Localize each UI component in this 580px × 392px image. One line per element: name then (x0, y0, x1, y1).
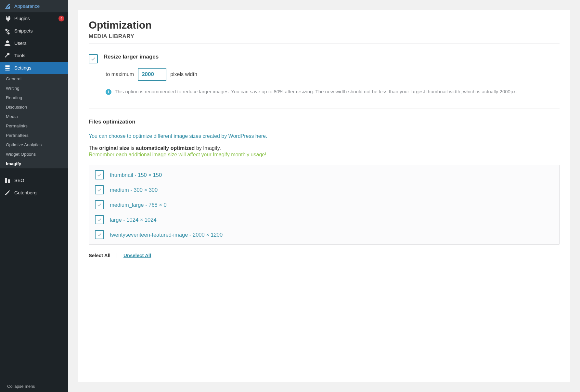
sidebar-item-seo[interactable]: SEO (0, 174, 68, 187)
collapse-menu-button[interactable]: Collapse menu (0, 381, 68, 392)
sidebar-item-tools[interactable]: Tools (0, 49, 68, 62)
size-label: thumbnail - 150 × 150 (110, 172, 162, 178)
submenu-item-discussion[interactable]: Discussion (0, 102, 68, 112)
image-sizes-list[interactable]: thumbnail - 150 × 150 medium - 300 × 300… (89, 165, 560, 245)
sidebar-item-users[interactable]: Users (0, 37, 68, 49)
submenu-item-media[interactable]: Media (0, 112, 68, 121)
size-selectors: Select All | Unselect All (89, 253, 560, 258)
sidebar-item-label: Plugins (14, 16, 54, 21)
size-row-medium-large: medium_large - 768 × 0 (95, 200, 553, 209)
resize-option-row: Resize larger images (89, 54, 560, 63)
size-checkbox[interactable] (95, 185, 104, 194)
users-icon (4, 40, 11, 47)
check-icon (97, 217, 102, 223)
sidebar-item-label: Users (14, 41, 64, 46)
tools-icon (4, 52, 11, 59)
sidebar-item-appearance[interactable]: Appearance (0, 0, 68, 12)
size-label: twentyseventeen-featured-image - 2000 × … (110, 232, 223, 238)
resize-suffix: pixels width (170, 72, 197, 77)
section-divider (89, 109, 560, 109)
snippets-icon (4, 27, 11, 34)
admin-sidebar: Appearance Plugins 4 Snippets Users (0, 0, 68, 392)
page-subtitle: MEDIA LIBRARY (89, 33, 560, 44)
seo-icon (4, 177, 11, 184)
usage-warning: Remember each additional image size will… (89, 152, 560, 158)
info-icon: i (106, 89, 111, 95)
settings-submenu: General Writing Reading Discussion Media… (0, 74, 68, 168)
check-icon (97, 172, 102, 178)
size-checkbox[interactable] (95, 200, 104, 209)
resize-info-text: This option is recommended to reduce lar… (115, 88, 517, 96)
menu-separator (0, 168, 68, 174)
sidebar-item-snippets[interactable]: Snippets (0, 25, 68, 37)
sidebar-item-label: Snippets (14, 28, 64, 33)
size-checkbox[interactable] (95, 170, 104, 179)
submenu-item-general[interactable]: General (0, 74, 68, 84)
size-row-medium: medium - 300 × 300 (95, 185, 553, 194)
size-checkbox[interactable] (95, 230, 104, 239)
submenu-item-writing[interactable]: Writing (0, 84, 68, 93)
sidebar-item-label: Appearance (14, 4, 64, 9)
resize-checkbox[interactable] (89, 54, 98, 63)
sidebar-item-gutenberg[interactable]: Gutenberg (0, 187, 68, 199)
files-optimization-desc: You can choose to optimize different ima… (89, 132, 560, 140)
gutenberg-icon (4, 189, 11, 196)
files-optimization-title: Files optimization (89, 119, 560, 125)
appearance-icon (4, 3, 11, 10)
submenu-item-widget-options[interactable]: Widget Options (0, 150, 68, 159)
resize-info: i This option is recommended to reduce l… (106, 88, 560, 96)
submenu-item-reading[interactable]: Reading (0, 93, 68, 102)
settings-icon (4, 64, 11, 72)
size-row-featured: twentyseventeen-featured-image - 2000 × … (95, 230, 553, 239)
page-title: Optimization (89, 19, 560, 31)
size-label: medium_large - 768 × 0 (110, 202, 167, 208)
size-checkbox[interactable] (95, 215, 104, 224)
check-icon (97, 232, 102, 238)
check-icon (90, 56, 96, 62)
size-label: medium - 300 × 300 (110, 187, 158, 193)
size-row-large: large - 1024 × 1024 (95, 215, 553, 224)
auto-optimize-line: The original size is automatically optim… (89, 145, 560, 151)
resize-prefix: to maximum (106, 72, 134, 77)
resize-width-line: to maximum pixels width (106, 68, 560, 81)
check-icon (97, 187, 102, 193)
max-width-input[interactable] (138, 68, 166, 81)
plugins-icon (4, 15, 11, 22)
select-all-link[interactable]: Select All (89, 253, 110, 258)
selector-separator: | (116, 253, 118, 258)
check-icon (97, 202, 102, 208)
submenu-item-imagify[interactable]: Imagify (0, 159, 68, 168)
unselect-all-link[interactable]: Unselect All (123, 253, 151, 258)
main-content: Optimization MEDIA LIBRARY Resize larger… (68, 0, 580, 392)
sidebar-item-plugins[interactable]: Plugins 4 (0, 12, 68, 25)
submenu-item-perfmatters[interactable]: Perfmatters (0, 131, 68, 140)
sidebar-item-label: Gutenberg (14, 190, 64, 195)
settings-panel: Optimization MEDIA LIBRARY Resize larger… (78, 10, 570, 382)
submenu-item-optimize-analytics[interactable]: Optimize Analytics (0, 140, 68, 150)
sidebar-item-settings[interactable]: Settings (0, 62, 68, 74)
resize-option-label: Resize larger images (104, 54, 159, 60)
size-label: large - 1024 × 1024 (110, 217, 157, 223)
sidebar-item-label: SEO (14, 178, 64, 183)
sidebar-item-label: Settings (14, 65, 64, 71)
size-row-thumbnail: thumbnail - 150 × 150 (95, 170, 553, 179)
plugins-update-badge: 4 (58, 16, 64, 21)
sidebar-item-label: Tools (14, 53, 64, 58)
collapse-label: Collapse menu (7, 384, 35, 389)
submenu-item-permalinks[interactable]: Permalinks (0, 121, 68, 131)
